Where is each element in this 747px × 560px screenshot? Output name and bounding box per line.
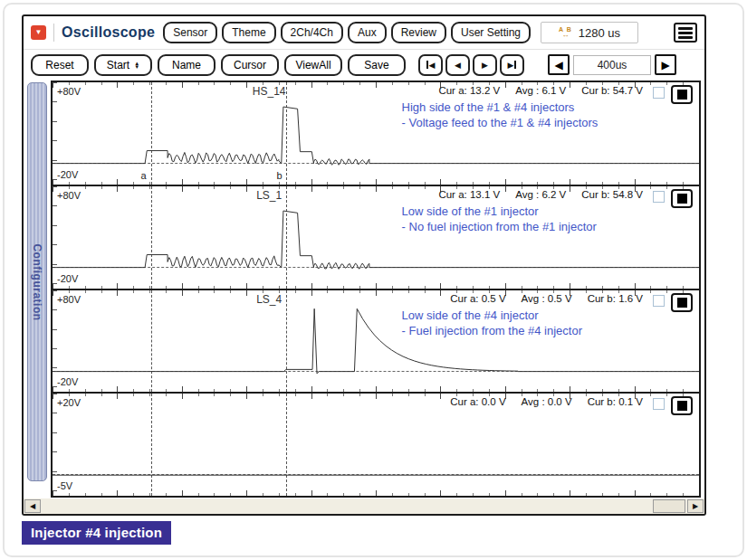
start-label: Start [107,59,129,71]
header-toolbar: ▼ Oscilloscope Sensor Theme 2Ch/4Ch Aux … [24,16,704,50]
vmin-label: -5V [57,480,72,491]
last-record-button[interactable]: ▶ [500,54,524,76]
waveform [53,394,699,496]
next-record-button[interactable]: ▶ [473,54,497,76]
record-nav-group: ◀ ◀ ▶ ▶ [418,54,524,76]
vmax-label: +20V [57,397,81,408]
channel-mode-button[interactable]: 2Ch/4Ch [281,22,343,43]
config-rail: Configuration [25,81,51,498]
scroll-right-button[interactable]: ▶ [687,499,704,513]
annotation: Low side of the #4 injector - Fuel injec… [402,308,582,338]
start-spinner-icon: ▲▼ [134,62,139,69]
plot-area: +80V -20V HS_14 Cur a: 13.2 V Avg : 6.1 … [51,81,701,498]
annotation-line-1: Low side of the #1 injector [402,204,597,219]
cursor-b-value: Cur b: 0.1 V [588,396,643,407]
channel-panel-2: +80V -20V LS_1 Cur a: 13.1 V Avg : 6.2 V… [53,186,699,290]
vmin-label: -20V [57,273,78,284]
timebase-control: ◀ 400us ▶ [548,54,676,75]
channel-checkbox[interactable] [653,398,665,410]
channel-display-button[interactable] [671,293,693,312]
reset-button[interactable]: Reset [31,54,89,76]
vmin-label: -20V [57,376,78,387]
annotation: Low side of the #1 injector - No fuel in… [402,204,597,234]
annotation: High side of the #1 & #4 injectors - Vol… [402,100,599,130]
save-button[interactable]: Save [348,54,406,76]
vmax-label: +80V [57,294,81,305]
cursor-button[interactable]: Cursor [221,54,279,76]
cursor-b-value: Cur b: 54.8 V [581,189,643,200]
theme-button[interactable]: Theme [222,22,275,43]
divider [53,24,54,42]
display-square-icon [677,194,687,204]
cursor-b-label: b [276,170,282,181]
waveform [53,290,699,393]
first-record-button[interactable]: ◀ [418,54,443,76]
waveform [53,82,699,185]
scroll-left-button[interactable]: ◀ [24,499,41,513]
channel-checkbox[interactable] [653,87,665,99]
sample-time-value: 1280 us [579,26,620,40]
sample-time-display: A B↔ 1280 us [541,22,638,43]
configuration-tab-label: Configuration [31,243,43,320]
channel-panel-1: +80V -20V HS_14 Cur a: 13.2 V Avg : 6.1 … [53,82,699,186]
sensor-button[interactable]: Sensor [163,22,217,43]
display-square-icon [677,90,687,100]
measurements: Cur a: 13.2 V Avg : 6.1 V Cur b: 54.7 V [438,85,643,96]
channel-display-button[interactable] [671,189,693,208]
name-button[interactable]: Name [158,54,215,76]
annotation-line-1: Low side of the #4 injector [402,308,582,323]
annotation-line-2: - Voltage feed to the #1 & #4 injectors [402,115,599,130]
channel-name: LS_1 [256,189,282,202]
viewall-button[interactable]: ViewAll [284,54,342,76]
cursor-a-value: Cur a: 0.0 V [450,396,505,407]
app-dropdown-icon[interactable]: ▼ [31,25,46,40]
channel-display-button[interactable] [671,85,693,104]
annotation-line-2: - No fuel injection from the #1 injector [402,219,597,234]
configuration-tab[interactable]: Configuration [27,82,47,481]
cursor-a-label: a [141,170,147,181]
control-toolbar: Reset Start ▲▼ Name Cursor ViewAll Save … [24,50,704,80]
horizontal-scrollbar[interactable]: ◀ ▶ [24,498,704,514]
screenshot-caption: Injector #4 injection [22,521,171,545]
menu-icon[interactable] [674,23,697,43]
measurements: Cur a: 0.0 V Avg : 0.0 V Cur b: 0.1 V [450,396,643,407]
channel-checkbox[interactable] [653,191,665,203]
channel-panel-4: +20V -5V Cur a: 0.0 V Avg : 0.0 V Cur b:… [53,394,699,496]
avg-value: Avg : 0.5 V [522,293,572,304]
scope-area: Configuration +80V -20V HS_14 Cur a: 13.… [24,80,704,498]
avg-value: Avg : 0.0 V [522,396,572,407]
timebase-decrease-button[interactable]: ◀ [548,54,570,75]
measurements: Cur a: 0.5 V Avg : 0.5 V Cur b: 1.6 V [450,293,643,304]
start-button[interactable]: Start ▲▼ [94,54,152,76]
cursor-a-value: Cur a: 0.5 V [450,293,505,304]
annotation-line-2: - Fuel injection from the #4 injector [402,323,582,338]
cursor-a-value: Cur a: 13.1 V [438,189,500,200]
avg-value: Avg : 6.2 V [515,189,566,200]
cursor-a-value: Cur a: 13.2 V [438,85,500,96]
display-square-icon [677,401,687,411]
cursor-b-value: Cur b: 54.7 V [581,85,643,96]
channel-checkbox[interactable] [653,295,665,307]
avg-value: Avg : 6.1 V [515,85,566,96]
oscilloscope-window: ▼ Oscilloscope Sensor Theme 2Ch/4Ch Aux … [22,14,706,516]
app-title: Oscilloscope [62,24,155,41]
display-square-icon [677,298,687,308]
annotation-line-1: High side of the #1 & #4 injectors [402,100,599,115]
vmin-label: -20V [57,169,78,180]
measurements: Cur a: 13.1 V Avg : 6.2 V Cur b: 54.8 V [438,189,643,200]
prev-record-button[interactable]: ◀ [445,54,470,76]
channel-name: LS_4 [256,293,282,306]
cursor-b-value: Cur b: 1.6 V [588,293,643,304]
scrollbar-thumb[interactable] [653,499,685,513]
timebase-value: 400us [573,55,651,75]
channel-display-button[interactable] [671,396,693,415]
channel-panel-3: +80V -20V LS_4 Cur a: 0.5 V Avg : 0.5 V … [53,290,699,394]
waveform [53,186,699,289]
vmax-label: +80V [57,86,81,97]
aux-button[interactable]: Aux [348,22,387,43]
review-button[interactable]: Review [391,22,446,43]
timebase-increase-button[interactable]: ▶ [655,54,676,75]
user-setting-button[interactable]: User Setting [451,22,531,43]
channel-name: HS_14 [253,85,286,98]
vmax-label: +80V [57,190,81,201]
